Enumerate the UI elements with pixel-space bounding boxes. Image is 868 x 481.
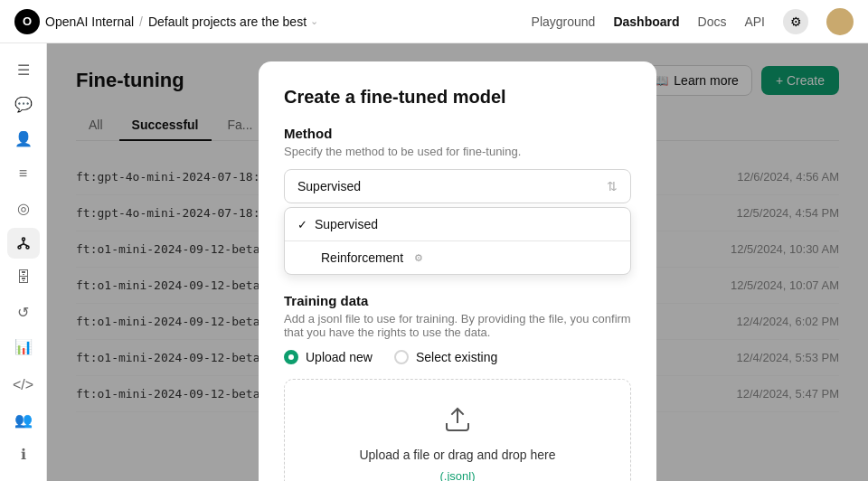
sidebar-item-info[interactable]: ℹ <box>7 439 40 470</box>
sidebar-item-user[interactable]: 👤 <box>7 124 40 155</box>
check-icon: ✓ <box>297 218 307 231</box>
top-nav: O OpenAI Internal / Default projects are… <box>0 0 868 43</box>
chevron-down-icon: ⌄ <box>310 15 318 27</box>
sidebar-item-finetuning[interactable] <box>7 228 40 259</box>
dropdown-item-reinforcement[interactable]: Reinforcement ⚙ <box>285 241 630 274</box>
sidebar-item-list[interactable]: ≡ <box>7 158 40 189</box>
beta-badge: ⚙ <box>414 252 423 264</box>
org-name[interactable]: OpenAI Internal <box>45 14 134 29</box>
app-icon[interactable]: O <box>14 9 40 34</box>
modal-title: Create a fine-tuned model <box>284 87 631 108</box>
svg-point-2 <box>26 246 29 249</box>
sidebar: ☰ 💬 👤 ≡ ◎ 🗄 ↺ 📊 </> 👥 ℹ <box>0 43 47 481</box>
svg-point-0 <box>22 238 24 240</box>
nav-api[interactable]: API <box>744 14 765 29</box>
main-content: Fine-tuning 📖 Learn more + Create All Su… <box>47 43 868 481</box>
method-section: Method Specify the method to be used for… <box>284 126 631 275</box>
radio-group: Upload new Select existing <box>284 350 631 364</box>
settings-icon[interactable]: ⚙ <box>783 9 808 34</box>
nav-right: Playground Dashboard Docs API ⚙ <box>532 8 854 35</box>
radio-upload-new[interactable]: Upload new <box>284 350 373 364</box>
upload-text: Upload a file or drag and drop here <box>359 448 555 462</box>
nav-separator: / <box>139 14 143 29</box>
nav-playground[interactable]: Playground <box>532 14 596 29</box>
svg-line-4 <box>19 244 24 246</box>
nav-left: O OpenAI Internal / Default projects are… <box>14 9 524 34</box>
training-section: Training data Add a jsonl file to use fo… <box>284 293 631 481</box>
sidebar-item-target[interactable]: ◎ <box>7 193 40 223</box>
upload-hint: (.jsonl) <box>439 469 475 481</box>
radio-select-existing[interactable]: Select existing <box>394 350 497 364</box>
radio-circle-upload <box>284 350 298 364</box>
sidebar-item-menu[interactable]: ☰ <box>7 54 40 85</box>
method-select[interactable]: Supervised ⇅ <box>284 169 631 203</box>
training-desc: Add a jsonl file to use for training. By… <box>284 312 631 339</box>
sidebar-item-code[interactable]: </> <box>7 370 40 401</box>
method-desc: Specify the method to be used for fine-t… <box>284 145 631 158</box>
sidebar-item-team[interactable]: 👥 <box>7 404 40 435</box>
sidebar-item-chart[interactable]: 📊 <box>7 332 40 363</box>
sidebar-item-storage[interactable]: 🗄 <box>7 262 40 293</box>
radio-circle-existing <box>394 350 409 364</box>
sidebar-item-chat[interactable]: 💬 <box>7 89 40 119</box>
main-layout: ☰ 💬 👤 ≡ ◎ 🗄 ↺ 📊 </> 👥 ℹ Fine-tuning 📖 Le… <box>0 43 868 481</box>
svg-point-1 <box>18 246 21 249</box>
project-name[interactable]: Default projects are the best ⌄ <box>148 14 318 29</box>
modal-overlay[interactable]: Create a fine-tuned model Method Specify… <box>47 43 868 481</box>
svg-line-5 <box>24 244 28 246</box>
upload-icon <box>443 405 472 440</box>
nav-dashboard[interactable]: Dashboard <box>613 14 679 29</box>
chevron-updown-icon: ⇅ <box>607 179 618 193</box>
training-label: Training data <box>284 293 631 308</box>
method-label: Method <box>284 126 631 141</box>
sidebar-item-loop[interactable]: ↺ <box>7 297 40 327</box>
modal: Create a fine-tuned model Method Specify… <box>259 61 656 481</box>
dropdown-item-supervised[interactable]: ✓ Supervised <box>285 208 630 240</box>
upload-zone[interactable]: Upload a file or drag and drop here (.js… <box>284 379 631 481</box>
method-dropdown: ✓ Supervised Reinforcement ⚙ <box>284 207 631 275</box>
user-avatar[interactable] <box>826 8 854 35</box>
nav-docs[interactable]: Docs <box>698 14 727 29</box>
